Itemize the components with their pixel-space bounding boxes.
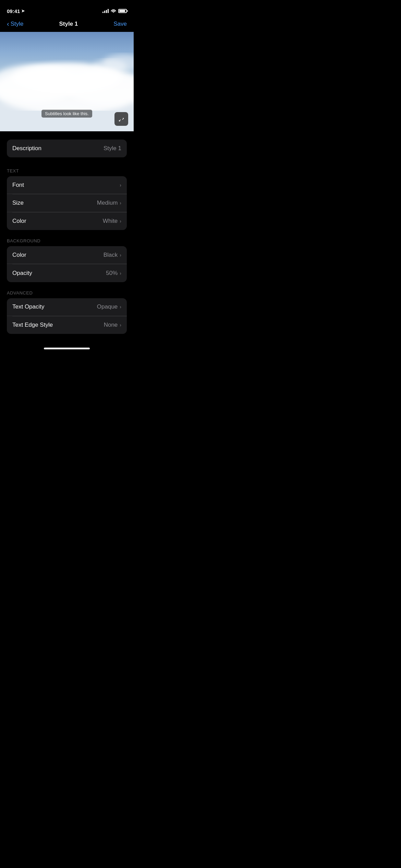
time-label: 09:41 xyxy=(7,8,20,14)
status-bar: 09:41 ➤ xyxy=(0,0,134,17)
advanced-section-body: Text Opacity Opaque › Text Edge Style No… xyxy=(0,298,134,334)
text-edge-chevron-icon: › xyxy=(120,322,121,328)
subtitle-preview-text: Subtitles look like this. xyxy=(41,110,92,118)
opacity-row[interactable]: Opacity 50% › xyxy=(7,264,127,282)
description-row[interactable]: Description Style 1 xyxy=(7,140,127,157)
size-chevron-icon: › xyxy=(120,200,121,206)
bg-color-row[interactable]: Color Black › xyxy=(7,246,127,264)
opacity-value: 50% › xyxy=(106,270,121,277)
subtitle-preview-area: Subtitles look like this. xyxy=(0,32,134,131)
status-time: 09:41 ➤ xyxy=(7,8,25,14)
text-opacity-value-text: Opaque xyxy=(97,303,118,310)
text-section-body: Font › Size Medium › Color White › xyxy=(0,176,134,230)
svg-point-5 xyxy=(93,59,127,73)
home-bar xyxy=(44,348,90,349)
size-value-text: Medium xyxy=(97,200,118,206)
back-label: Style xyxy=(11,21,24,27)
battery-icon xyxy=(118,9,127,13)
settings-content: Description Style 1 TEXT Font › Size Med… xyxy=(0,131,134,364)
expand-icon xyxy=(118,116,125,122)
location-icon: ➤ xyxy=(21,9,25,13)
bg-color-value: Black › xyxy=(104,252,121,258)
back-button[interactable]: ‹ Style xyxy=(7,20,23,28)
font-row[interactable]: Font › xyxy=(7,176,127,194)
description-value-text: Style 1 xyxy=(104,145,121,152)
cloud-background xyxy=(0,49,134,111)
status-icons xyxy=(102,9,127,14)
back-chevron-icon: ‹ xyxy=(7,20,9,28)
description-value: Style 1 xyxy=(104,145,121,152)
font-chevron-icon: › xyxy=(120,182,121,188)
opacity-chevron-icon: › xyxy=(120,270,121,276)
signal-icon xyxy=(102,9,109,13)
text-color-label: Color xyxy=(12,218,26,225)
font-value: › xyxy=(120,182,121,188)
background-section-header: BACKGROUND xyxy=(0,230,134,246)
text-group: Font › Size Medium › Color White › xyxy=(7,176,127,230)
font-label: Font xyxy=(12,182,24,189)
opacity-label: Opacity xyxy=(12,270,32,277)
text-edge-label: Text Edge Style xyxy=(12,322,53,328)
description-section: Description Style 1 xyxy=(0,131,134,160)
description-group: Description Style 1 xyxy=(7,140,127,157)
bg-color-chevron-icon: › xyxy=(120,252,121,258)
text-opacity-chevron-icon: › xyxy=(120,304,121,310)
bg-color-label: Color xyxy=(12,252,26,258)
background-group: Color Black › Opacity 50% › xyxy=(7,246,127,282)
expand-button[interactable] xyxy=(114,112,128,126)
advanced-section-header: ADVANCED xyxy=(0,282,134,298)
bg-color-value-text: Black xyxy=(104,252,118,258)
description-label: Description xyxy=(12,145,41,152)
size-label: Size xyxy=(12,200,24,206)
text-edge-value: None › xyxy=(104,322,121,328)
wifi-icon xyxy=(111,9,116,14)
text-color-chevron-icon: › xyxy=(120,218,121,224)
navigation-bar: ‹ Style Style 1 Save xyxy=(0,17,134,32)
text-color-row[interactable]: Color White › xyxy=(7,212,127,230)
save-button[interactable]: Save xyxy=(113,21,127,27)
text-opacity-label: Text Opacity xyxy=(12,303,45,310)
text-opacity-value: Opaque › xyxy=(97,303,121,310)
text-opacity-row[interactable]: Text Opacity Opaque › xyxy=(7,298,127,316)
subtitle-text: Subtitles look like this. xyxy=(45,111,89,116)
size-value: Medium › xyxy=(97,200,121,206)
text-edge-value-text: None xyxy=(104,322,118,328)
text-color-value-text: White xyxy=(103,218,118,225)
size-row[interactable]: Size Medium › xyxy=(7,194,127,212)
opacity-value-text: 50% xyxy=(106,270,118,277)
home-indicator xyxy=(0,345,134,351)
text-color-value: White › xyxy=(103,218,121,225)
advanced-group: Text Opacity Opaque › Text Edge Style No… xyxy=(7,298,127,334)
text-section-header: TEXT xyxy=(0,160,134,176)
nav-title: Style 1 xyxy=(59,21,78,27)
text-edge-row[interactable]: Text Edge Style None › xyxy=(7,316,127,334)
background-section-body: Color Black › Opacity 50% › xyxy=(0,246,134,282)
